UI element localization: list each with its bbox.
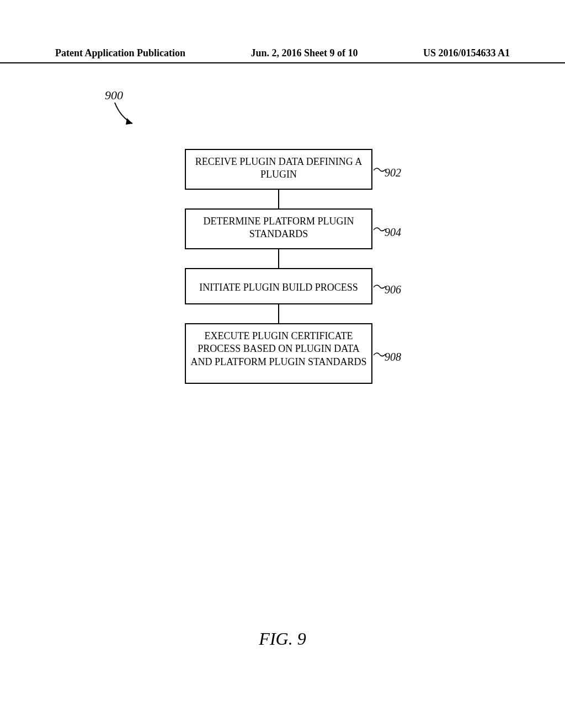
label-connector-icon bbox=[374, 224, 386, 233]
flow-box-receive-plugin-data: RECEIVE PLUGIN DATA DEFINING A PLUGIN 90… bbox=[185, 149, 372, 190]
svg-marker-0 bbox=[126, 118, 132, 125]
figure-caption: FIG. 9 bbox=[0, 629, 565, 649]
box-label: 904 bbox=[385, 225, 401, 239]
label-connector-icon bbox=[374, 165, 386, 174]
box-label: 908 bbox=[385, 350, 401, 364]
box-text: DETERMINE PLATFORM PLUGIN STANDARDS bbox=[203, 216, 354, 239]
flow-box-initiate-build: INITIATE PLUGIN BUILD PROCESS 906 bbox=[185, 268, 372, 304]
flow-box-execute-certificate: EXECUTE PLUGIN CERTIFICATE PROCESS BASED… bbox=[185, 323, 372, 384]
box-label: 902 bbox=[385, 165, 401, 180]
reference-arrow bbox=[110, 100, 143, 136]
header-center: Jun. 2, 2016 Sheet 9 of 10 bbox=[250, 47, 358, 59]
flow-connector bbox=[278, 249, 279, 268]
header-right: US 2016/0154633 A1 bbox=[423, 47, 510, 59]
box-text: RECEIVE PLUGIN DATA DEFINING A PLUGIN bbox=[195, 156, 363, 180]
page-header: Patent Application Publication Jun. 2, 2… bbox=[0, 47, 565, 63]
box-text: INITIATE PLUGIN BUILD PROCESS bbox=[199, 282, 358, 293]
flowchart: RECEIVE PLUGIN DATA DEFINING A PLUGIN 90… bbox=[182, 149, 375, 384]
box-label: 906 bbox=[385, 282, 401, 297]
flow-box-determine-standards: DETERMINE PLATFORM PLUGIN STANDARDS 904 bbox=[185, 208, 372, 249]
label-connector-icon bbox=[374, 350, 386, 358]
header-left: Patent Application Publication bbox=[55, 47, 185, 59]
box-text: EXECUTE PLUGIN CERTIFICATE PROCESS BASED… bbox=[190, 330, 366, 367]
flow-connector bbox=[278, 190, 279, 208]
label-connector-icon bbox=[374, 282, 386, 291]
flow-connector bbox=[278, 304, 279, 323]
